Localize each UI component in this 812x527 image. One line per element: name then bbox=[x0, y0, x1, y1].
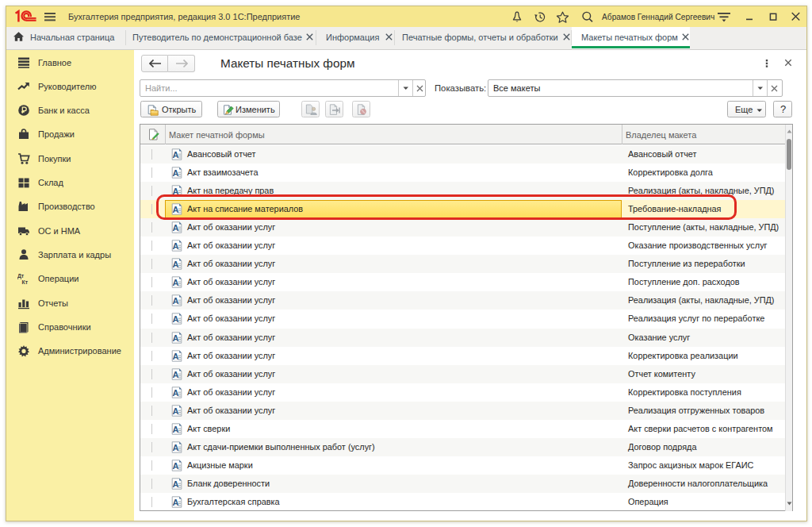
svg-text:А: А bbox=[172, 150, 178, 160]
svg-text:А: А bbox=[172, 278, 178, 287]
svg-text:А: А bbox=[172, 351, 178, 360]
svg-text:А: А bbox=[172, 168, 178, 178]
svg-text:А: А bbox=[172, 443, 178, 452]
svg-text:А: А bbox=[172, 479, 178, 489]
svg-text:А: А bbox=[172, 387, 178, 397]
svg-text:А: А bbox=[172, 333, 178, 342]
svg-text:А: А bbox=[172, 369, 178, 379]
svg-text:Кт: Кт bbox=[22, 279, 29, 285]
svg-text:А: А bbox=[172, 223, 178, 233]
svg-text:А: А bbox=[172, 498, 178, 507]
svg-text:А: А bbox=[172, 260, 178, 269]
svg-text:А: А bbox=[172, 461, 178, 471]
svg-text:А: А bbox=[172, 406, 178, 415]
svg-text:А: А bbox=[172, 296, 178, 306]
svg-text:А: А bbox=[172, 425, 178, 434]
svg-text:А: А bbox=[172, 314, 178, 324]
svg-text:А: А bbox=[172, 241, 178, 251]
